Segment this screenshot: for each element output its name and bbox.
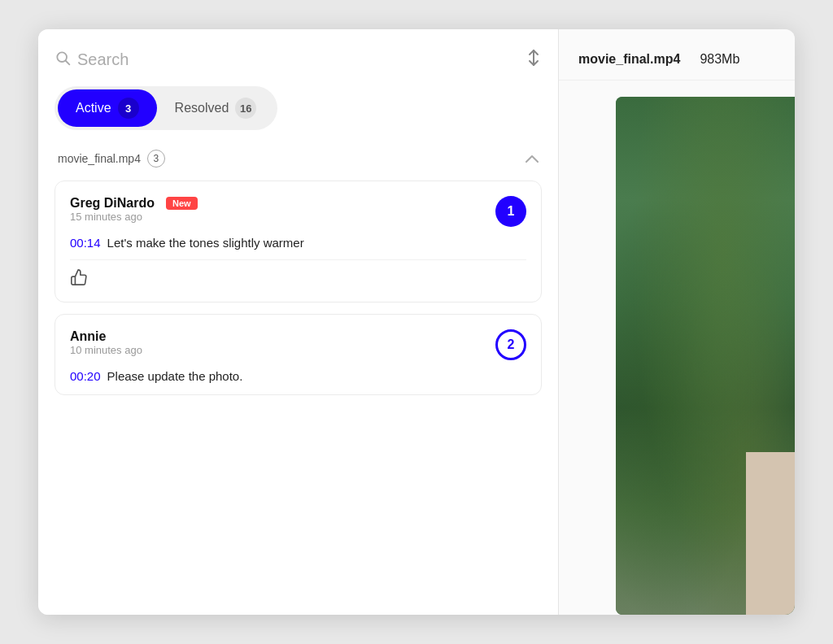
search-icon <box>55 50 71 69</box>
tab-resolved[interactable]: Resolved 16 <box>157 89 275 127</box>
right-header: movie_final.mp4 983Mb <box>559 29 795 80</box>
comment-divider-1 <box>70 259 526 260</box>
preview-image <box>616 97 795 615</box>
tab-resolved-label: Resolved <box>175 101 229 115</box>
comment-card-2: Annie 10 minutes ago 2 00:20 Please upda… <box>55 314 542 395</box>
file-group-header: movie_final.mp4 3 <box>55 150 542 168</box>
right-file-name: movie_final.mp4 <box>578 52 680 67</box>
search-left: Search <box>55 50 129 69</box>
comment-time-1: 15 minutes ago <box>70 211 198 223</box>
svg-line-1 <box>66 61 70 65</box>
tab-active[interactable]: Active 3 <box>58 89 157 127</box>
tab-active-badge: 3 <box>118 98 139 119</box>
search-bar: Search <box>55 49 542 70</box>
comment-header-1: Greg DiNardo New 15 minutes ago 1 <box>70 196 526 234</box>
comment-number-2: 2 <box>495 329 526 360</box>
comment-timestamp-2[interactable]: 00:20 <box>70 369 101 383</box>
app-container: Search Active 3 Resolved 16 <box>38 29 795 615</box>
comment-author-row-1: Greg DiNardo New <box>70 196 198 211</box>
tree-visual <box>616 97 795 615</box>
left-panel: Search Active 3 Resolved 16 <box>38 29 559 615</box>
comment-number-1: 1 <box>495 196 526 227</box>
comment-timestamp-1[interactable]: 00:14 <box>70 236 101 250</box>
chevron-up-icon[interactable] <box>526 151 539 166</box>
comment-new-badge-1: New <box>166 197 198 210</box>
right-panel: movie_final.mp4 983Mb <box>559 29 795 615</box>
comment-header-2: Annie 10 minutes ago 2 <box>70 329 526 368</box>
comment-body-1: 00:14 Let's make the tones slightly warm… <box>70 236 526 250</box>
comment-body-2: 00:20 Please update the photo. <box>70 369 526 383</box>
comment-card-1: Greg DiNardo New 15 minutes ago 1 00:14 … <box>55 181 542 302</box>
comment-author-row-2: Annie <box>70 329 142 344</box>
file-group-title: movie_final.mp4 3 <box>58 150 165 168</box>
right-content <box>559 80 795 615</box>
tab-active-label: Active <box>76 101 111 115</box>
comment-time-2: 10 minutes ago <box>70 344 142 356</box>
wall-section <box>746 452 795 615</box>
comment-text-2: Please update the photo. <box>107 369 243 383</box>
tab-resolved-badge: 16 <box>235 98 256 119</box>
file-group-count: 3 <box>147 150 165 168</box>
comment-text-1: Let's make the tones slightly warmer <box>107 236 304 250</box>
comment-author-name-2: Annie <box>70 329 106 344</box>
right-file-size: 983Mb <box>700 52 739 67</box>
search-input-label[interactable]: Search <box>77 50 129 69</box>
comment-author-section-2: Annie 10 minutes ago <box>70 329 142 368</box>
comment-author-section-1: Greg DiNardo New 15 minutes ago <box>70 196 198 234</box>
comment-author-name-1: Greg DiNardo <box>70 196 155 211</box>
like-icon-1[interactable] <box>70 272 88 289</box>
tabs-toggle: Active 3 Resolved 16 <box>55 86 277 130</box>
file-group-name: movie_final.mp4 <box>58 152 141 165</box>
sort-icon[interactable] <box>526 49 542 70</box>
